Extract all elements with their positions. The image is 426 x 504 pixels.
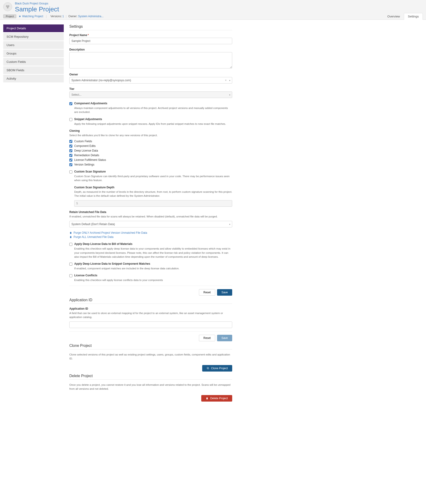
versions-label: Versions:	[50, 15, 62, 18]
custom-scan-signature-label: Custom Scan Signature	[74, 170, 106, 173]
clone-opt-label: Remediation Details	[74, 154, 99, 157]
tier-label: Tier	[69, 87, 232, 91]
clone-component-edits-checkbox[interactable]	[69, 144, 72, 148]
section-clone-heading: Clone Project	[69, 344, 232, 349]
section-app-id-heading: Application ID	[69, 298, 232, 304]
clone-project-button[interactable]: Clone Project	[202, 365, 232, 372]
svg-rect-4	[207, 367, 208, 368]
clone-opt-label: Version Settings	[74, 163, 94, 166]
retain-label: Retain Unmatched File Data	[69, 210, 232, 214]
component-adjustments-label: Component Adjustments	[74, 102, 107, 105]
description-textarea[interactable]	[69, 52, 232, 68]
snippet-adjustments-label: Snippet Adjustments	[74, 118, 102, 121]
clone-remediation-checkbox[interactable]	[69, 154, 72, 157]
clone-opt-label: Custom Fields	[74, 140, 92, 143]
sidebar-item-groups[interactable]: Groups	[3, 50, 64, 57]
custom-scan-signature-help: Custom Scan Signature can identify third…	[74, 174, 232, 182]
clone-opt-label: Deep License Data	[74, 149, 98, 152]
owner-label: Owner:	[68, 15, 78, 18]
svg-point-1	[8, 5, 9, 7]
breadcrumb-link[interactable]: Black Duck Project Groups	[15, 2, 48, 5]
tab-settings[interactable]: Settings	[404, 13, 423, 20]
sidebar-item-scm-repository[interactable]: SCM Repository	[3, 33, 64, 41]
delete-help: Once you delete a project, you cannot re…	[69, 383, 232, 391]
tier-select[interactable]	[69, 92, 232, 98]
owner-field-label: Owner	[69, 73, 232, 76]
project-button[interactable]: Project	[3, 14, 16, 18]
owner-select[interactable]	[69, 77, 232, 84]
snippet-adjustments-checkbox[interactable]	[69, 118, 72, 121]
deep-license-bom-help: Enabling this checkbox will apply deep l…	[74, 247, 232, 259]
sidebar-item-custom-fields[interactable]: Custom Fields	[3, 58, 64, 66]
sidebar-item-sbom-fields[interactable]: SBOM Fields	[3, 66, 64, 74]
side-nav: Project Details SCM Repository Users Gro…	[3, 24, 64, 402]
deep-license-snippet-help: If enabled, component snippet matches ar…	[74, 266, 232, 271]
section-delete-heading: Delete Project	[69, 374, 232, 380]
clone-license-fulfillment-checkbox[interactable]	[69, 158, 72, 162]
license-conflicts-help: Enabling this checkbox will apply licens…	[74, 278, 232, 282]
tab-overview[interactable]: Overview	[383, 13, 404, 20]
section-settings-heading: Settings	[69, 24, 232, 30]
retain-select[interactable]	[69, 221, 232, 227]
scan-depth-help: Depth, as measured in the number of leve…	[74, 190, 232, 198]
scan-depth-input[interactable]	[74, 200, 232, 207]
purge-archived-link[interactable]: Purge ONLY Archived Project Version Unma…	[69, 231, 232, 234]
description-label: Description	[69, 48, 232, 51]
app-id-label: Application ID	[69, 307, 232, 310]
deep-license-bom-label: Apply Deep License Data to Bill of Mater…	[74, 242, 132, 246]
cloning-help: Select the attributes you'd like to clon…	[69, 133, 232, 137]
app-id-reset-button[interactable]: Reset	[199, 335, 215, 341]
page-title: Sample Project	[15, 6, 423, 13]
purge-all-link[interactable]: Purge ALL Unmatched File Data	[69, 235, 232, 239]
license-conflicts-label: License Conflicts	[74, 274, 97, 277]
app-id-input[interactable]	[69, 322, 232, 328]
header-bar: Black Duck Project Groups Sample Project…	[0, 0, 426, 20]
snippet-adjustments-help: Apply the following snippet adjustments …	[74, 122, 232, 126]
custom-scan-signature-checkbox[interactable]	[69, 170, 72, 173]
app-id-help: A field that can be used to store an ext…	[69, 311, 232, 319]
clone-version-settings-checkbox[interactable]	[69, 163, 72, 166]
clone-deep-license-checkbox[interactable]	[69, 149, 72, 152]
app-id-save-button[interactable]: Save	[217, 335, 232, 341]
settings-reset-button[interactable]: Reset	[199, 289, 215, 296]
sidebar-item-activity[interactable]: Activity	[3, 75, 64, 82]
component-adjustments-checkbox[interactable]	[69, 102, 72, 105]
owner-link[interactable]: System Administra...	[78, 15, 104, 18]
logo-icon	[3, 2, 12, 11]
project-name-input[interactable]	[69, 38, 232, 44]
project-name-label: Project Name*	[69, 34, 232, 37]
star-icon[interactable]: ★	[19, 15, 21, 18]
license-conflicts-checkbox[interactable]	[69, 274, 72, 277]
clone-opt-label: Component Edits	[74, 144, 96, 148]
retain-help: If enabled, unmatched file data for scan…	[69, 215, 232, 219]
svg-point-2	[7, 7, 8, 8]
sidebar-item-project-details[interactable]: Project Details	[3, 24, 64, 32]
versions-count[interactable]: 1	[62, 15, 64, 18]
clear-icon[interactable]: ×	[225, 79, 227, 82]
breadcrumb: Black Duck Project Groups	[15, 2, 423, 5]
component-adjustments-help: Always maintain component adjustments to…	[74, 106, 232, 114]
scan-depth-label: Custom Scan Signature Depth	[74, 186, 232, 189]
svg-rect-3	[207, 367, 209, 369]
deep-license-snippet-checkbox[interactable]	[69, 263, 72, 266]
clone-help: Clone selected versions of this project …	[69, 353, 232, 361]
cloning-heading: Cloning	[69, 129, 232, 132]
svg-point-0	[6, 5, 8, 7]
sidebar-item-users[interactable]: Users	[3, 41, 64, 49]
delete-project-button[interactable]: Delete Project	[201, 395, 232, 402]
clone-opt-label: License Fulfillment Status	[74, 158, 106, 162]
deep-license-snippet-label: Apply Deep License Data to Snippet Compo…	[74, 262, 150, 265]
watching-link[interactable]: Watching Project	[22, 15, 43, 18]
deep-license-bom-checkbox[interactable]	[69, 243, 72, 246]
clone-custom-fields-checkbox[interactable]	[69, 140, 72, 143]
settings-save-button[interactable]: Save	[217, 289, 232, 296]
